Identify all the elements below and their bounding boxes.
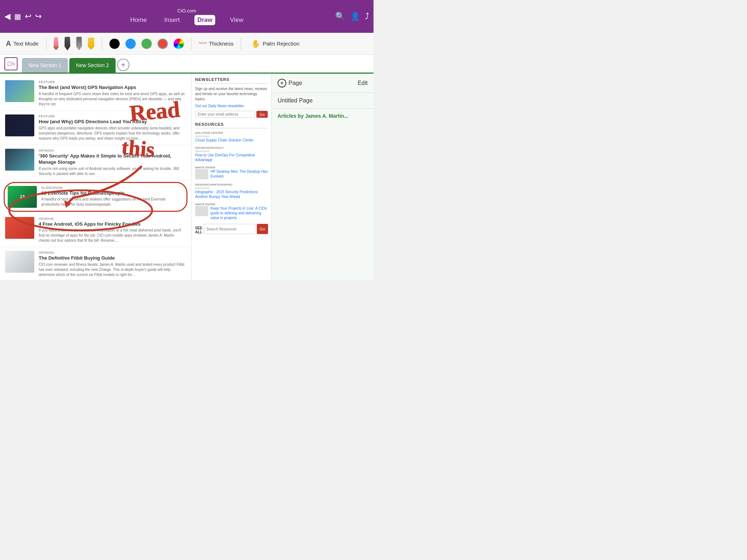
page-icon-symbol: ☐ <box>7 61 12 67</box>
search-icon[interactable]: 🔍 <box>335 12 345 21</box>
article-tag: FEATURE <box>39 114 186 118</box>
nav-home[interactable]: Home <box>127 15 150 25</box>
article-body: FEATURE How (and Why) GPS Directions Lea… <box>39 114 186 141</box>
resource-item: RESEARCH/INFOGRAPHIC Sponsored Infograph… <box>195 183 268 199</box>
divider-4 <box>241 37 241 50</box>
redo-icon[interactable]: ↪ <box>35 12 42 21</box>
main-area: FEATURE The Best (and Worst) GPS Navigat… <box>0 74 374 280</box>
article-thumb <box>5 251 34 273</box>
article-title: '360 Security' App Makes it Simple to Se… <box>39 153 186 166</box>
person-icon[interactable]: 👤 <box>350 12 360 21</box>
article-thumb <box>5 149 34 171</box>
text-mode-icon: A <box>6 39 11 48</box>
expand-icon[interactable]: ⤴ <box>365 12 369 21</box>
article-body: OPINION The Definitive Fitbit Buying Gui… <box>39 251 186 277</box>
resource-link[interactable]: Infographic : 2015 Security Predictions:… <box>195 190 268 199</box>
tab-add-button[interactable]: + <box>117 59 129 71</box>
thickness-label: Thickness <box>209 40 234 47</box>
edit-label: Edit <box>357 80 368 86</box>
pen-pink-button[interactable] <box>54 37 59 50</box>
nav-insert[interactable]: Insert <box>161 15 183 25</box>
color-red[interactable] <box>158 39 168 49</box>
pen-marker-button[interactable] <box>76 37 82 51</box>
page-icon[interactable]: ☐ ↻ <box>4 57 18 70</box>
article-desc: If you're not using some sort of Android… <box>39 166 186 176</box>
color-blue[interactable] <box>125 39 136 49</box>
color-black[interactable] <box>109 39 120 49</box>
article-thumb <box>5 80 34 102</box>
daily-news-link[interactable]: Get our Daily News newsletter <box>195 104 268 108</box>
text-mode-button[interactable]: A Text Mode <box>6 39 39 48</box>
divider-1 <box>46 37 46 50</box>
article-item[interactable]: FEATURE How (and Why) GPS Directions Lea… <box>0 111 191 145</box>
resource-item: KNOWLEDGEVAULT Sponsored How to Use DevO… <box>195 146 268 162</box>
untitled-page: Untitled Page <box>272 93 374 109</box>
pen-highlighter-icon <box>88 38 94 50</box>
resource-link[interactable]: HP Desktop Mini: The Desktop Has Evolved <box>210 169 268 179</box>
article-title: The Definitive Fitbit Buying Guide <box>39 255 186 261</box>
right-panel: + Page Edit Untitled Page Articles by Ja… <box>271 74 374 280</box>
pen-dark-button[interactable] <box>65 37 70 51</box>
article-body: FEATURE The Best (and Worst) GPS Navigat… <box>39 80 186 107</box>
article-desc: A handful of frequent GPS users share th… <box>39 92 186 107</box>
article-desc: GPS apps and portable navigation devices… <box>39 126 186 141</box>
resource-item: WHITE PAPER HP Desktop Mini: The Desktop… <box>195 166 268 179</box>
resource-item: WHITE PAPER Keep Your Projects In Line: … <box>195 203 268 220</box>
resource-link[interactable]: Cloud Supply Chain Solution Center <box>195 138 268 143</box>
article-desc: CIO.com reviewer and fitness fanatic Jam… <box>39 262 186 277</box>
article-title: 13 Evernote Tips for Businesspeople <box>41 190 183 197</box>
article-body: SLIDESHOW 13 Evernote Tips for Businessp… <box>41 186 183 208</box>
nav-right-icons: 🔍 👤 ⤴ <box>335 12 369 21</box>
see-all-button[interactable]: SEE ALL <box>195 226 202 234</box>
tab-section-1[interactable]: New Section 1 <box>22 58 68 73</box>
color-green[interactable] <box>142 39 152 49</box>
resource-thumb <box>195 206 208 216</box>
article-item[interactable]: OPINION '360 Security' App Makes it Simp… <box>0 145 191 180</box>
divider-2 <box>102 37 102 50</box>
page-label: Page <box>289 80 302 86</box>
toolbar: A Text Mode 〰 Thickness ✋ Palm Rejection <box>0 33 374 55</box>
undo-icon[interactable]: ↩ <box>25 12 31 21</box>
nav-left-icons: ◀ ▦ ↩ ↪ <box>4 12 42 21</box>
article-tag: FEATURE <box>39 80 186 84</box>
search-input[interactable] <box>204 224 255 234</box>
resource-item: SOLUTION CENTER Sponsored Cloud Supply C… <box>195 131 268 143</box>
tabs-bar: ☐ ↻ New Section 1 New Section 2 + <box>0 55 374 74</box>
back-icon[interactable]: ◀ <box>4 12 11 21</box>
article-item-evernote[interactable]: 13 SLIDESHOW 13 Evernote Tips for Busine… <box>4 182 187 212</box>
nav-draw[interactable]: Draw <box>194 15 216 25</box>
article-desc: If you need a last minute restaurant res… <box>39 228 186 243</box>
resources-title: RESOURCES <box>195 122 268 128</box>
color-wheel[interactable] <box>174 39 184 49</box>
article-tag: OPINION <box>39 251 186 254</box>
page-button[interactable]: + Page <box>278 79 302 88</box>
newsletters-title: NEWSLETTERS <box>195 77 268 83</box>
article-item[interactable]: OPINION 4 Free Android, iOS Apps for Fin… <box>0 213 191 248</box>
article-item[interactable]: OPINION The Definitive Fitbit Buying Gui… <box>0 247 191 280</box>
tabs-icon[interactable]: ▦ <box>14 12 21 21</box>
resource-link[interactable]: Keep Your Projects In Line: A CIOs guide… <box>210 206 268 220</box>
text-mode-label: Text Mode <box>13 40 38 47</box>
pen-highlighter-button[interactable] <box>88 38 94 50</box>
tab-section-2[interactable]: New Section 2 <box>69 58 115 73</box>
search-row: SEE ALL Go <box>195 224 268 234</box>
pen-pink-icon <box>54 37 59 50</box>
edit-button[interactable]: Edit <box>357 80 368 86</box>
web-content: FEATURE The Best (and Worst) GPS Navigat… <box>0 74 271 280</box>
article-item[interactable]: FEATURE The Best (and Worst) GPS Navigat… <box>0 77 191 111</box>
nav-links: Home Insert Draw View <box>127 15 246 25</box>
article-tag: SLIDESHOW <box>41 186 183 190</box>
top-nav: ◀ ▦ ↩ ↪ CIO.com Home Insert Draw View 🔍 … <box>0 0 374 33</box>
articles-link[interactable]: Articles by James A. Martin... <box>272 109 374 123</box>
article-body: OPINION 4 Free Android, iOS Apps for Fin… <box>39 217 186 244</box>
palm-rejection-button[interactable]: ✋ Palm Rejection <box>251 39 299 48</box>
thickness-button[interactable]: 〰 Thickness <box>199 39 234 48</box>
article-tag: OPINION <box>39 217 186 221</box>
email-go-button[interactable]: Go <box>256 111 268 118</box>
nav-view[interactable]: View <box>227 15 246 25</box>
search-go-button[interactable]: Go <box>257 224 268 234</box>
palm-icon: ✋ <box>251 39 260 48</box>
article-body: OPINION '360 Security' App Makes it Simp… <box>39 149 186 176</box>
email-input[interactable] <box>195 111 255 118</box>
resource-link[interactable]: How to Use DevOps For Competitive Advant… <box>195 153 268 162</box>
